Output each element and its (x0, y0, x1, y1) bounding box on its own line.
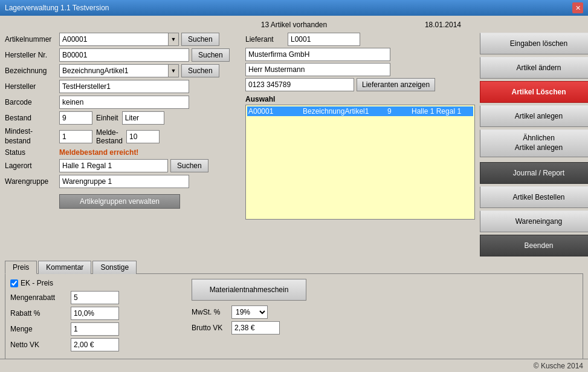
ek-preis-row: EK - Preis (10, 279, 179, 287)
artikel-loeschen-btn[interactable]: Artikel Löschen (480, 81, 588, 103)
preis-left: EK - Preis Mengenrabatt Rabatt % Menge (10, 279, 179, 354)
tab-preis[interactable]: Preis (5, 261, 37, 274)
supplier-name-row (245, 48, 475, 61)
auswahl-bezeichnung: BezeichnungArtikel1 (303, 107, 375, 116)
menge-input[interactable] (71, 322, 119, 336)
eingaben-loeschen-btn[interactable]: Eingaben löschen (480, 33, 588, 54)
tab-content: EK - Preis Mengenrabatt Rabatt % Menge (5, 273, 583, 359)
mindestbestand-row: Mindest-bestand Melde-Bestand (5, 127, 241, 146)
barcode-label: Barcode (5, 98, 59, 106)
mwst-row: MwSt. % 19% 7% 0% (192, 305, 578, 319)
lieferant-label: Lieferant (245, 35, 288, 44)
copyright-label: © Kusche 2014 (534, 362, 583, 370)
tab-bar: Preis Kommentar Sonstige (5, 260, 583, 273)
status-bar: © Kusche 2014 (0, 359, 588, 372)
hersteller-row: Hersteller (5, 80, 241, 93)
status-value: Meldebestand erreicht! (59, 148, 138, 157)
menge-label: Menge (10, 325, 71, 333)
einheit-input[interactable] (122, 111, 164, 125)
melde-bestand-label: Melde-Bestand (96, 128, 123, 145)
warengruppe-input[interactable] (59, 175, 189, 188)
ek-preis-label: EK - Preis (21, 279, 53, 287)
lagerort-label: Lagerort (5, 162, 59, 170)
auswahl-lagerort: Halle 1 Regal 1 (412, 107, 472, 116)
barcode-row: Barcode (5, 96, 241, 109)
netto-vk-input[interactable] (71, 338, 119, 351)
artikel-anlegen-btn[interactable]: Artikel anlegen (480, 105, 588, 127)
manage-btn[interactable]: Artikelgruppen verwalten (59, 194, 180, 209)
hersteller-label: Hersteller (5, 82, 59, 91)
mengenrabatt-input[interactable] (71, 291, 119, 304)
bottom-section: Preis Kommentar Sonstige EK - Preis Meng… (5, 260, 583, 359)
supplier-id-row: Lieferant (245, 33, 475, 46)
artikelnummer-search-btn[interactable]: Suchen (181, 33, 219, 46)
main-content: 13 Artikel vorhanden 18.01.2014 Artikeln… (0, 16, 588, 359)
content-area: Artikelnummer ▼ Suchen Hersteller Nr. Su… (5, 33, 583, 256)
supplier-name-input[interactable] (245, 48, 390, 61)
artikel-bestellen-btn[interactable]: Artikel Bestellen (480, 186, 588, 208)
close-button[interactable]: ✕ (572, 2, 583, 13)
lagerort-input[interactable] (59, 159, 168, 172)
barcode-input[interactable] (59, 96, 189, 109)
mwst-select[interactable]: 19% 7% 0% (231, 305, 268, 319)
lieferant-id-input[interactable] (288, 33, 360, 46)
tab-sonstige[interactable]: Sonstige (92, 261, 137, 274)
artikelnummer-input[interactable] (59, 33, 168, 46)
show-supplier-btn[interactable]: Lieferanten anzeigen (357, 78, 435, 91)
artikelnummer-input-group: ▼ (59, 33, 179, 46)
current-date: 18.01.2014 (425, 21, 461, 29)
bezeichnung-search-btn[interactable]: Suchen (181, 64, 219, 77)
bezeichnung-label: Bezeichnung (5, 67, 59, 75)
status-row: Status Meldebestand erreicht! (5, 148, 241, 157)
hersteller-input[interactable] (59, 80, 189, 93)
hersteller-nr-input[interactable] (59, 48, 189, 62)
tab-kommentar[interactable]: Kommentar (38, 261, 91, 274)
bezeichnung-dropdown-btn[interactable]: ▼ (168, 64, 179, 77)
preis-right: Materialentnahmeschein MwSt. % 19% 7% 0%… (192, 279, 578, 354)
right-panel: Eingaben löschen Artikel ändern Artikel … (480, 33, 588, 256)
bestand-input[interactable] (59, 111, 92, 125)
artikel-count: 13 Artikel vorhanden (5, 21, 583, 29)
brutto-row: Brutto VK (192, 321, 578, 334)
auswahl-menge: 9 (387, 107, 399, 116)
artikelnummer-row: Artikelnummer ▼ Suchen (5, 33, 241, 46)
tabs-area: Preis Kommentar Sonstige EK - Preis Meng… (5, 260, 583, 359)
artikelnummer-dropdown-btn[interactable]: ▼ (168, 33, 179, 46)
supplier-contact-input[interactable] (245, 63, 390, 76)
mengenrabatt-row: Mengenrabatt (10, 291, 179, 304)
lagerort-row: Lagerort Suchen (5, 159, 241, 172)
mindestbestand-label: Mindest-bestand (5, 127, 59, 146)
supplier-phone-input[interactable] (245, 78, 354, 91)
preis-content: EK - Preis Mengenrabatt Rabatt % Menge (10, 279, 578, 354)
mindestbestand-input[interactable] (59, 130, 92, 143)
auswahl-id: A00001 (248, 107, 291, 116)
wareneingang-btn[interactable]: Wareneingang (480, 210, 588, 232)
status-label: Status (5, 148, 59, 157)
brutto-input[interactable] (231, 321, 280, 334)
bezeichnung-input[interactable] (59, 64, 168, 77)
melde-bestand-input[interactable] (126, 130, 160, 143)
rabatt-label: Rabatt % (10, 309, 71, 318)
netto-vk-row: Netto VK (10, 338, 179, 351)
rabatt-row: Rabatt % (10, 307, 179, 320)
aehnlichen-artikel-anlegen-btn[interactable]: ÄhnlichenArtikel anlegen (480, 129, 588, 157)
artikelnummer-label: Artikelnummer (5, 35, 59, 44)
brutto-label: Brutto VK (192, 324, 228, 332)
app-title: Lagerverwaltung 1.1 Testversion (5, 4, 109, 12)
warengruppe-row: Warengruppe (5, 175, 241, 188)
auswahl-label: Auswahl (245, 95, 475, 103)
hersteller-nr-search-btn[interactable]: Suchen (192, 48, 230, 62)
rabatt-input[interactable] (71, 307, 119, 320)
hersteller-nr-label: Hersteller Nr. (5, 51, 59, 59)
manage-btn-container: Artikelgruppen verwalten (5, 191, 241, 209)
lagerort-search-btn[interactable]: Suchen (170, 159, 208, 172)
auswahl-item[interactable]: A00001 BezeichnungArtikel1 9 Halle 1 Reg… (247, 106, 473, 116)
auswahl-list[interactable]: A00001 BezeichnungArtikel1 9 Halle 1 Reg… (245, 105, 475, 220)
material-btn[interactable]: Materialentnahmeschein (192, 279, 306, 301)
beenden-btn[interactable]: Beenden (480, 235, 588, 256)
supplier-contact-row (245, 63, 475, 76)
journal-report-btn[interactable]: Journal / Report (480, 162, 588, 184)
ek-preis-checkbox[interactable] (10, 279, 18, 287)
hersteller-nr-row: Hersteller Nr. Suchen (5, 48, 241, 62)
artikel-aendern-btn[interactable]: Artikel ändern (480, 57, 588, 79)
